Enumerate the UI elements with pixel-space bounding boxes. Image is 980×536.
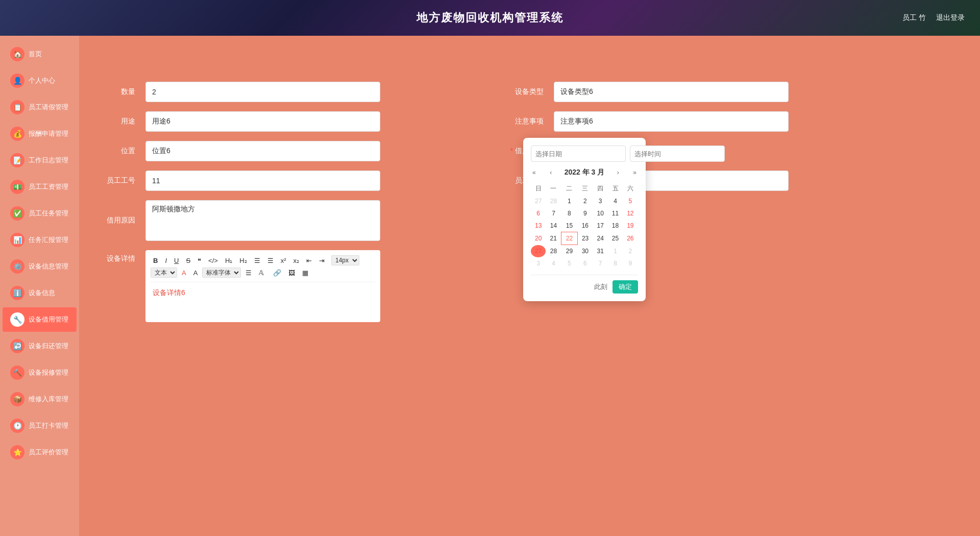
sidebar-item-taskreport[interactable]: 📊 任务汇报管理 (3, 228, 77, 252)
table-button[interactable]: ▦ (300, 268, 311, 278)
cal-day[interactable]: 26 (623, 232, 638, 245)
alignleft-button[interactable]: ⇤ (304, 256, 314, 265)
cal-day[interactable]: 17 (593, 220, 608, 232)
cal-day[interactable]: 7 (593, 257, 608, 270)
cal-day[interactable]: 21 (546, 232, 561, 245)
sidebar-item-evaluation[interactable]: ⭐ 员工评价管理 (3, 440, 77, 465)
strikethrough-button[interactable]: S (183, 256, 193, 265)
type-select[interactable]: 文本 (151, 267, 177, 278)
bgcolor-button[interactable]: A (191, 268, 201, 278)
cal-day[interactable]: 30 (577, 245, 593, 258)
cal-day[interactable]: 14 (546, 220, 561, 232)
cal-day[interactable]: 24 (593, 232, 608, 245)
devicetype-input[interactable] (554, 82, 789, 102)
fontcolor-button[interactable]: A (179, 268, 189, 278)
ul-button[interactable]: ☰ (265, 256, 276, 265)
fontsize-select[interactable]: 14px12px16px (331, 255, 359, 265)
sidebar-item-personal[interactable]: 👤 个人中心 (3, 68, 77, 93)
image-button[interactable]: 🖼 (286, 268, 298, 278)
sidebar-item-checkin[interactable]: 🕐 员工打卡管理 (3, 413, 77, 438)
cal-day[interactable]: 1 (561, 195, 577, 207)
cal-time-input[interactable] (630, 145, 725, 162)
cal-day[interactable]: 6 (577, 257, 593, 270)
cal-day[interactable]: 28 (546, 195, 561, 207)
cal-next-year[interactable]: » (631, 169, 638, 176)
cal-day[interactable]: 2 (623, 245, 638, 258)
italic-button[interactable]: I (162, 256, 169, 265)
logout-button[interactable]: 退出登录 (936, 13, 965, 22)
cal-day[interactable]: 1 (608, 245, 623, 258)
cal-day[interactable]: 22 (561, 232, 577, 245)
cal-day[interactable]: 2 (577, 195, 593, 207)
code-button[interactable]: </> (206, 256, 220, 265)
cal-prev-year[interactable]: « (531, 169, 537, 176)
cal-day[interactable]: 23 (577, 232, 593, 245)
cal-day[interactable]: 10 (593, 207, 608, 220)
quote-button[interactable]: ❝ (195, 256, 204, 265)
cal-day[interactable]: 4 (546, 257, 561, 270)
position-input[interactable] (145, 141, 380, 161)
sidebar-item-maintenance[interactable]: 📦 维修入库管理 (3, 387, 77, 411)
sidebar-item-salary[interactable]: 💵 员工工资管理 (3, 175, 77, 199)
h1-button[interactable]: H₁ (223, 256, 235, 265)
cal-day[interactable]: 20 (531, 232, 546, 245)
borrowreason-textarea[interactable]: 阿斯顿撒地方 (145, 200, 380, 241)
cal-day[interactable]: 6 (531, 207, 546, 220)
cal-day[interactable]: 5 (561, 257, 577, 270)
cal-day[interactable]: 9 (623, 257, 638, 270)
cal-day[interactable]: 8 (561, 207, 577, 220)
sidebar-item-leave[interactable]: 📋 员工请假管理 (3, 95, 77, 119)
cal-day[interactable]: 9 (577, 207, 593, 220)
cal-day[interactable]: 4 (608, 195, 623, 207)
empid-input[interactable] (145, 170, 380, 191)
cal-day[interactable]: 13 (531, 220, 546, 232)
sidebar-item-task[interactable]: ✅ 员工任务管理 (3, 201, 77, 226)
bold-button[interactable]: B (151, 256, 160, 265)
h2-button[interactable]: H₂ (237, 256, 249, 265)
cal-confirm-button[interactable]: 确定 (612, 280, 638, 294)
cal-day[interactable]: 31 (593, 245, 608, 258)
cal-day[interactable]: 19 (623, 220, 638, 232)
underline-button[interactable]: U (172, 256, 181, 265)
fontfamily-select[interactable]: 标准字体 (202, 267, 241, 278)
cal-day[interactable]: 3 (531, 257, 546, 270)
format-button[interactable]: 𝔸 (256, 268, 266, 278)
sidebar-item-devicereturn[interactable]: ↩️ 设备归还管理 (3, 334, 77, 358)
cal-next-month[interactable]: › (616, 169, 621, 176)
link-button[interactable]: 🔗 (271, 268, 284, 278)
usage-input[interactable] (145, 111, 380, 132)
cal-prev-month[interactable]: ‹ (548, 169, 553, 176)
cal-date-input[interactable] (531, 145, 626, 162)
cal-day[interactable]: 25 (608, 232, 623, 245)
cal-day[interactable]: 12 (623, 207, 638, 220)
superscript-button[interactable]: x² (278, 256, 289, 265)
sidebar-item-worklog[interactable]: 📝 工作日志管理 (3, 148, 77, 173)
sidebar-item-home[interactable]: 🏠 首页 (3, 42, 77, 66)
cal-day[interactable]: 15 (561, 220, 577, 232)
cal-day[interactable]: 28 (546, 245, 561, 258)
editor-content[interactable]: 设备详情6 (151, 286, 375, 317)
cal-day[interactable]: 11 (608, 207, 623, 220)
notes-input[interactable] (554, 111, 789, 132)
cal-day[interactable]: 8 (608, 257, 623, 270)
cal-day[interactable]: 5 (623, 195, 638, 207)
quantity-input[interactable] (145, 82, 380, 102)
cal-inputs (531, 145, 638, 162)
ol-button[interactable]: ☰ (252, 256, 263, 265)
cal-day[interactable]: 27 (531, 245, 546, 258)
sidebar-item-devicerepair[interactable]: 🔨 设备报修管理 (3, 360, 77, 385)
cal-cancel-button[interactable]: 此刻 (594, 280, 607, 294)
alignright-button[interactable]: ⇥ (316, 256, 327, 265)
cal-day[interactable]: 18 (608, 220, 623, 232)
sidebar-item-reward[interactable]: 💰 报酬申请管理 (3, 121, 77, 146)
cal-day[interactable]: 29 (561, 245, 577, 258)
sidebar-item-devicedetail[interactable]: ℹ️ 设备信息 (3, 281, 77, 305)
cal-day[interactable]: 7 (546, 207, 561, 220)
subscript-button[interactable]: x₂ (291, 256, 302, 265)
cal-day[interactable]: 27 (531, 195, 546, 207)
align-button[interactable]: ☰ (243, 268, 254, 278)
sidebar-item-deviceborrow[interactable]: 🔧 设备借用管理 (3, 307, 77, 332)
sidebar-item-deviceinfo[interactable]: ⚙️ 设备信息管理 (3, 254, 77, 279)
cal-day[interactable]: 16 (577, 220, 593, 232)
cal-day[interactable]: 3 (593, 195, 608, 207)
